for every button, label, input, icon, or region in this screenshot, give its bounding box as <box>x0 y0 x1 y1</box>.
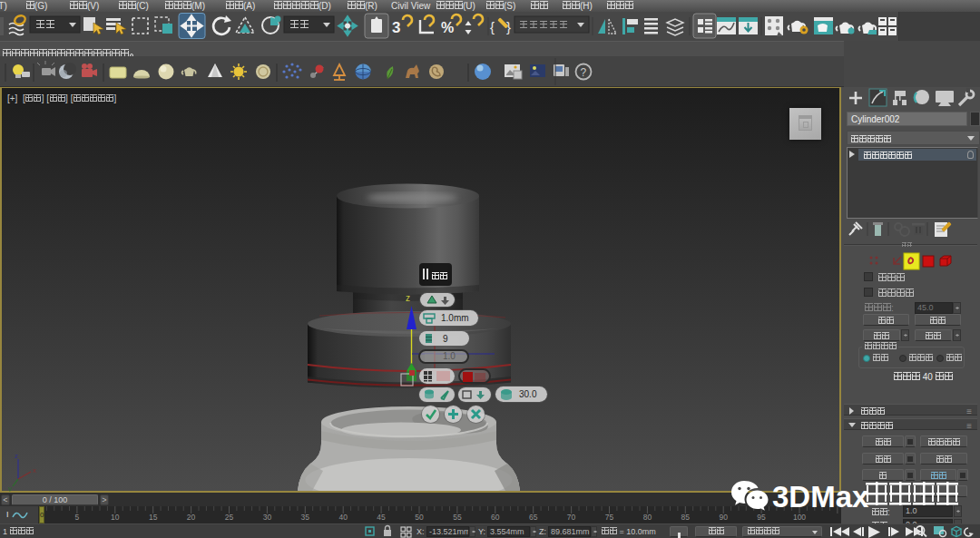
svg-text:3DMax: 3DMax <box>772 480 869 514</box>
svg-text:30: 30 <box>263 513 272 522</box>
svg-text:?: ? <box>581 66 587 79</box>
svg-text:60: 60 <box>491 513 500 522</box>
svg-text:25: 25 <box>225 513 234 522</box>
svg-text:90: 90 <box>719 513 728 522</box>
svg-text:85: 85 <box>681 513 691 522</box>
svg-text:z: z <box>406 293 410 303</box>
svg-text:40: 40 <box>338 513 348 522</box>
svg-text:z: z <box>15 452 18 460</box>
svg-text:5: 5 <box>75 513 80 522</box>
svg-text:10: 10 <box>111 513 120 522</box>
svg-text:{: { <box>490 19 495 34</box>
svg-text:70: 70 <box>567 513 576 522</box>
svg-text:75: 75 <box>605 513 614 522</box>
svg-text:35: 35 <box>301 513 310 522</box>
svg-text:%: % <box>441 20 454 35</box>
svg-text:y: y <box>8 484 12 492</box>
svg-text:45: 45 <box>377 513 386 522</box>
svg-text:3: 3 <box>392 19 400 36</box>
svg-text:}: } <box>506 19 511 34</box>
svg-text:80: 80 <box>643 513 652 522</box>
svg-text:x: x <box>33 466 36 474</box>
svg-text:50: 50 <box>415 513 424 522</box>
svg-text:15: 15 <box>149 513 158 522</box>
svg-text:55: 55 <box>453 513 462 522</box>
svg-text:65: 65 <box>529 513 538 522</box>
svg-text:20: 20 <box>187 513 196 522</box>
